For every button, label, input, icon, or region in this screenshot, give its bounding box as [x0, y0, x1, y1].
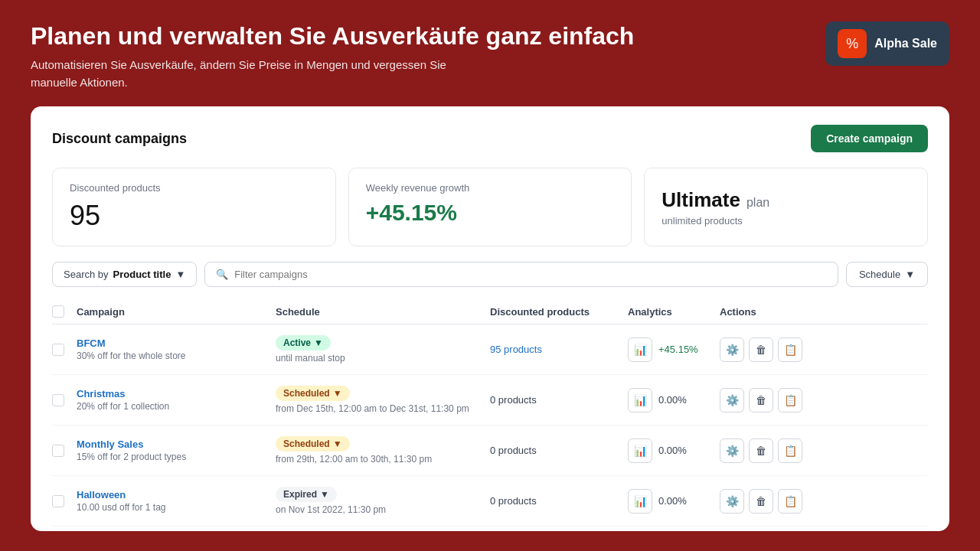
campaigns-table: Campaign Schedule Discounted products An… — [52, 299, 928, 527]
settings-button[interactable]: ⚙️ — [720, 489, 744, 514]
products-cell: 0 products — [490, 445, 628, 456]
campaign-desc: 30% off for the whole store — [77, 350, 276, 361]
plan-name: Ultimate — [662, 188, 740, 212]
schedule-text: on Nov 1st 2022, 11:30 pm — [276, 504, 490, 515]
delete-button[interactable]: 🗑 — [749, 337, 773, 362]
products-cell: 95 products — [490, 344, 628, 355]
row-checkbox-cell — [52, 394, 77, 406]
row-checkbox-cell — [52, 445, 77, 457]
status-badge[interactable]: Scheduled ▼ — [276, 436, 350, 452]
analytics-value: +45.15% — [658, 344, 698, 355]
stats-row: Discounted products 95 Weekly revenue gr… — [52, 168, 928, 246]
revenue-growth-value: +45.15% — [366, 200, 615, 226]
settings-button[interactable]: ⚙️ — [720, 439, 744, 463]
analytics-chart-button[interactable]: 📊 — [628, 337, 652, 362]
header-actions: Actions — [720, 306, 812, 318]
copy-button[interactable]: 📋 — [778, 489, 802, 514]
hero-title: Planen und verwalten Sie Ausverkäufe gan… — [31, 21, 949, 51]
campaign-name-link[interactable]: BFCM — [77, 337, 276, 349]
plan-title: Ultimate plan — [662, 188, 910, 212]
panel-title: Discount campaigns — [52, 131, 187, 147]
search-box[interactable]: 🔍 — [204, 262, 838, 287]
main-panel: Discount campaigns Create campaign Disco… — [31, 106, 949, 531]
actions-cell: ⚙️ 🗑 📋 — [720, 489, 812, 514]
campaign-name-link[interactable]: Monthly Sales — [77, 439, 276, 450]
select-all-checkbox[interactable] — [52, 305, 64, 318]
table-row: Monthly Sales 15% off for 2 product type… — [52, 425, 928, 476]
search-input[interactable] — [234, 269, 827, 280]
schedule-cell: Active ▼ until manual stop — [276, 335, 490, 364]
campaign-desc: 10.00 usd off for 1 tag — [77, 502, 276, 513]
settings-button[interactable]: ⚙️ — [720, 388, 744, 412]
analytics-value: 0.00% — [658, 495, 687, 507]
status-label: Scheduled — [283, 439, 330, 449]
schedule-text: until manual stop — [276, 353, 490, 364]
analytics-chart-button[interactable]: 📊 — [628, 489, 652, 514]
search-by-select[interactable]: Search by Product title ▼ — [52, 262, 197, 287]
campaign-desc: 15% off for 2 product types — [77, 452, 276, 462]
chevron-down-icon: ▼ — [333, 439, 342, 449]
products-cell: 0 products — [490, 495, 628, 507]
campaign-cell: Christmas 20% off for 1 collection — [77, 388, 276, 412]
discounted-products-label: Discounted products — [70, 182, 318, 194]
schedule-cell: Scheduled ▼ from Dec 15th, 12:00 am to D… — [276, 386, 490, 414]
plan-word: plan — [746, 196, 769, 210]
header-checkbox-cell — [52, 305, 77, 318]
schedule-label: Schedule — [859, 269, 900, 280]
campaign-name-link[interactable]: Halloween — [77, 489, 276, 500]
discounted-products-card: Discounted products 95 — [52, 168, 336, 246]
table-row: BFCM 30% off for the whole store Active … — [52, 324, 928, 375]
schedule-text: from 29th, 12:00 am to 30th, 11:30 pm — [276, 454, 490, 465]
row-checkbox[interactable] — [52, 394, 64, 406]
campaign-cell: Monthly Sales 15% off for 2 product type… — [77, 439, 276, 462]
analytics-cell: 📊 0.00% — [628, 388, 720, 412]
campaign-cell: BFCM 30% off for the whole store — [77, 337, 276, 361]
delete-button[interactable]: 🗑 — [749, 388, 773, 412]
chevron-down-icon: ▼ — [320, 489, 329, 500]
plan-desc: unlimited products — [662, 215, 910, 227]
copy-button[interactable]: 📋 — [778, 337, 802, 362]
plan-card: Ultimate plan unlimited products — [644, 168, 928, 246]
schedule-text: from Dec 15th, 12:00 am to Dec 31st, 11:… — [276, 403, 490, 414]
revenue-growth-card: Weekly revenue growth +45.15% — [348, 168, 632, 246]
header-campaign: Campaign — [77, 306, 276, 318]
copy-button[interactable]: 📋 — [778, 439, 802, 463]
table-row: Christmas 20% off for 1 collection Sched… — [52, 375, 928, 425]
row-checkbox[interactable] — [52, 445, 64, 457]
revenue-growth-label: Weekly revenue growth — [366, 182, 615, 194]
create-campaign-button[interactable]: Create campaign — [811, 125, 928, 152]
status-badge[interactable]: Expired ▼ — [276, 487, 337, 502]
delete-button[interactable]: 🗑 — [749, 439, 773, 463]
delete-button[interactable]: 🗑 — [749, 489, 773, 514]
header-analytics: Analytics — [628, 306, 720, 318]
status-label: Active — [283, 337, 311, 348]
app-name: Alpha Sale — [874, 37, 937, 51]
analytics-cell: 📊 0.00% — [628, 439, 720, 463]
copy-button[interactable]: 📋 — [778, 388, 802, 412]
products-link[interactable]: 95 products — [490, 344, 542, 355]
search-by-field: Product title — [113, 269, 172, 280]
schedule-filter-button[interactable]: Schedule ▼ — [846, 262, 928, 287]
settings-button[interactable]: ⚙️ — [720, 337, 744, 362]
analytics-chart-button[interactable]: 📊 — [628, 439, 652, 463]
status-badge[interactable]: Active ▼ — [276, 335, 331, 350]
analytics-chart-button[interactable]: 📊 — [628, 388, 652, 412]
hero-subtitle: Automatisieren Sie Ausverkäufe, ändern S… — [31, 57, 490, 91]
row-checkbox[interactable] — [52, 344, 64, 356]
campaign-name-link[interactable]: Christmas — [77, 388, 276, 399]
table-header: Campaign Schedule Discounted products An… — [52, 299, 928, 324]
status-badge[interactable]: Scheduled ▼ — [276, 386, 350, 401]
products-count: 0 products — [490, 445, 537, 456]
campaign-cell: Halloween 10.00 usd off for 1 tag — [77, 489, 276, 513]
row-checkbox[interactable] — [52, 495, 64, 507]
status-label: Expired — [283, 489, 317, 500]
analytics-cell: 📊 +45.15% — [628, 337, 720, 362]
status-label: Scheduled — [283, 388, 330, 399]
table-row: Halloween 10.00 usd off for 1 tag Expire… — [52, 476, 928, 527]
header-discounted-products: Discounted products — [490, 306, 628, 318]
panel-header: Discount campaigns Create campaign — [52, 125, 928, 152]
search-by-prefix: Search by — [64, 269, 109, 280]
chevron-down-icon: ▼ — [314, 337, 323, 348]
products-count: 0 products — [490, 394, 537, 406]
actions-cell: ⚙️ 🗑 📋 — [720, 337, 812, 362]
